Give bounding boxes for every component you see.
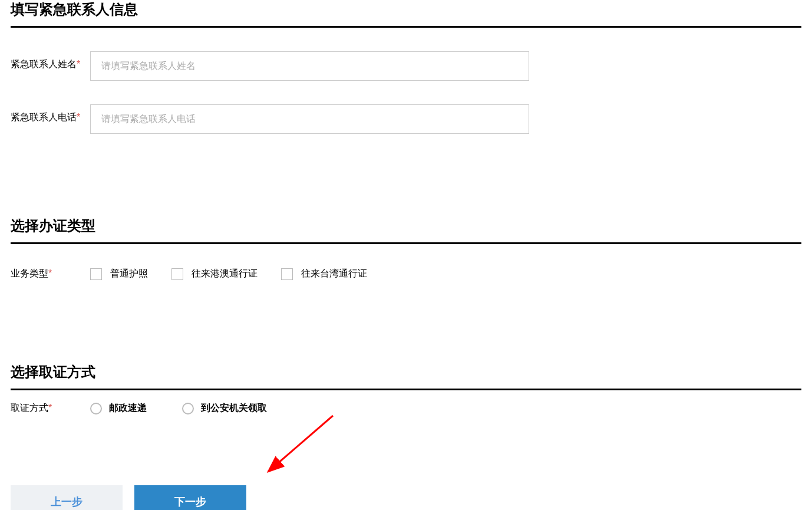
form-row-contact-name: 紧急联系人姓名* [11,51,801,81]
label-pickup-method: 取证方式* [11,402,90,414]
required-marker: * [77,59,80,69]
section-title-document-type: 选择办证类型 [11,216,801,244]
pickup-method-options: 邮政速递 到公安机关领取 [90,402,267,414]
required-marker: * [77,112,80,122]
checkbox-item-passport: 普通护照 [90,268,148,280]
business-type-row: 业务类型* 普通护照 往来港澳通行证 往来台湾通行证 [11,268,801,280]
label-business-type: 业务类型* [11,268,90,280]
form-row-contact-phone: 紧急联系人电话* [11,104,801,134]
checkbox-item-taiwan: 往来台湾通行证 [281,268,367,280]
contact-name-input[interactable] [90,51,529,81]
checkbox-passport[interactable] [90,268,102,280]
label-contact-name-text: 紧急联系人姓名 [11,59,77,69]
section-title-pickup-method: 选择取证方式 [11,363,801,390]
label-pickup-method-text: 取证方式 [11,403,48,413]
required-marker: * [48,403,52,413]
next-button[interactable]: 下一步 [134,485,246,510]
checkbox-label-taiwan: 往来台湾通行证 [301,268,367,280]
radio-item-police: 到公安机关领取 [182,402,267,414]
checkbox-taiwan[interactable] [281,268,293,280]
section-title-emergency-contact: 填写紧急联系人信息 [11,0,801,28]
contact-phone-input[interactable] [90,104,529,134]
radio-item-postal: 邮政速递 [90,402,147,414]
label-business-type-text: 业务类型 [11,268,48,278]
prev-button[interactable]: 上一步 [11,485,123,510]
button-row: 上一步 下一步 [11,485,801,510]
label-contact-phone-text: 紧急联系人电话 [11,112,77,122]
radio-label-police: 到公安机关领取 [201,402,267,414]
label-contact-phone: 紧急联系人电话* [11,104,90,124]
checkbox-label-passport: 普通护照 [110,268,148,280]
checkbox-item-hk-macau: 往来港澳通行证 [171,268,258,280]
radio-postal[interactable] [90,403,102,414]
radio-label-postal: 邮政速递 [109,402,147,414]
checkbox-label-hk-macau: 往来港澳通行证 [192,268,258,280]
business-type-options: 普通护照 往来港澳通行证 往来台湾通行证 [90,268,367,280]
pickup-method-row: 取证方式* 邮政速递 到公安机关领取 [11,402,801,414]
checkbox-hk-macau[interactable] [171,268,183,280]
required-marker: * [48,268,52,278]
label-contact-name: 紧急联系人姓名* [11,51,90,71]
radio-police[interactable] [182,403,194,414]
